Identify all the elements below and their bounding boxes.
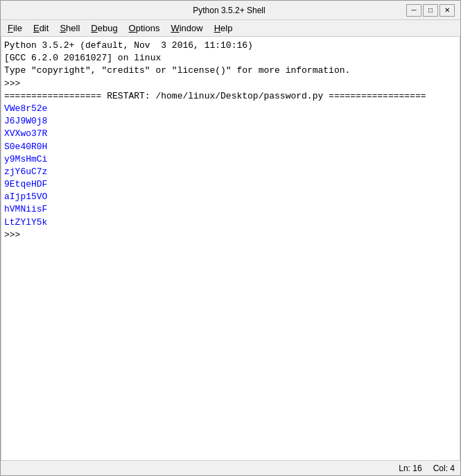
shell-content[interactable]: Python 3.5.2+ (default, Nov 3 2016, 11:1… [1, 37, 460, 460]
menu-debug[interactable]: Debug [87, 22, 121, 35]
menu-help[interactable]: Help [210, 22, 237, 35]
title-bar-controls: ─ □ ✕ [406, 4, 455, 17]
shell-line: >>> [4, 229, 457, 241]
shell-line: y9MsHmCi [4, 153, 457, 166]
shell-line: S0e40R0H [4, 141, 457, 153]
title-bar-text: Python 3.5.2+ Shell [52, 6, 406, 15]
shell-line: J6J9W0j8 [4, 115, 457, 128]
close-button[interactable]: ✕ [440, 4, 455, 17]
shell-line: hVMNiisF [4, 203, 457, 216]
minimize-button[interactable]: ─ [406, 4, 421, 17]
menu-bar: File Edit Shell Debug Options Window Hel… [1, 20, 460, 37]
title-bar: Python 3.5.2+ Shell ─ □ ✕ [1, 1, 460, 20]
shell-line: aIjp15VO [4, 191, 457, 203]
shell-line: zjY6uC7z [4, 166, 457, 178]
shell-line: VWe8r52e [4, 103, 457, 115]
shell-line: ================== RESTART: /home/linux/… [4, 90, 457, 103]
shell-line: LtZYlY5k [4, 216, 457, 229]
status-ln: Ln: 16 [399, 464, 421, 473]
shell-line: [GCC 6.2.0 20161027] on linux [4, 52, 457, 65]
status-col: Col: 4 [433, 464, 455, 473]
menu-edit[interactable]: Edit [29, 22, 53, 35]
status-bar: Ln: 16 Col: 4 [1, 460, 460, 475]
shell-line: Type "copyright", "credits" or "license(… [4, 65, 457, 77]
menu-window[interactable]: Window [166, 22, 207, 35]
shell-line: >>> [4, 78, 457, 90]
menu-file[interactable]: File [3, 22, 26, 35]
maximize-button[interactable]: □ [423, 4, 438, 17]
shell-line: XVXwo37R [4, 128, 457, 140]
shell-line: 9EtqeHDF [4, 178, 457, 191]
menu-options[interactable]: Options [125, 22, 164, 35]
shell-line: Python 3.5.2+ (default, Nov 3 2016, 11:1… [4, 40, 457, 52]
menu-shell[interactable]: Shell [55, 22, 84, 35]
